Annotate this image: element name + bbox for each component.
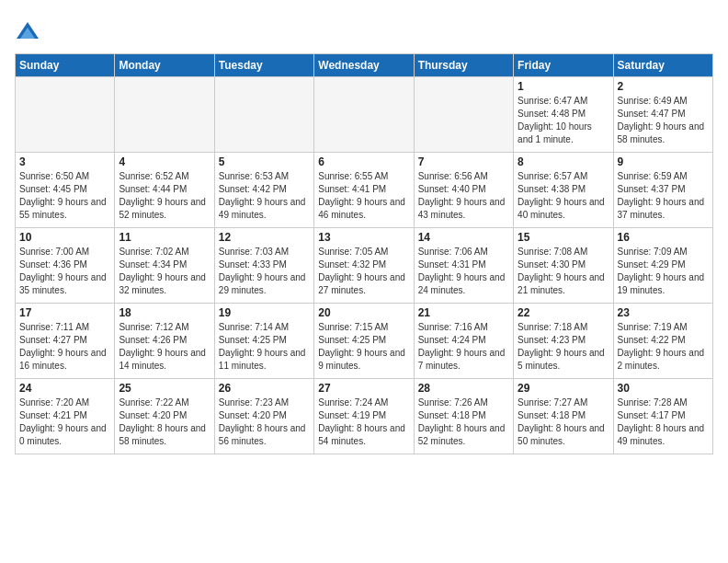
calendar-body: 1Sunrise: 6:47 AM Sunset: 4:48 PM Daylig…	[16, 77, 713, 454]
calendar-cell: 3Sunrise: 6:50 AM Sunset: 4:45 PM Daylig…	[16, 153, 115, 228]
day-number: 19	[219, 306, 310, 319]
day-number: 18	[119, 306, 210, 319]
day-info: Sunrise: 6:53 AM Sunset: 4:42 PM Dayligh…	[219, 170, 310, 222]
calendar-cell: 8Sunrise: 6:57 AM Sunset: 4:38 PM Daylig…	[514, 153, 613, 228]
day-info: Sunrise: 7:14 AM Sunset: 4:25 PM Dayligh…	[219, 321, 310, 373]
day-info: Sunrise: 7:26 AM Sunset: 4:18 PM Dayligh…	[418, 396, 509, 448]
day-info: Sunrise: 6:52 AM Sunset: 4:44 PM Dayligh…	[119, 170, 210, 222]
day-number: 25	[119, 382, 210, 395]
day-number: 5	[219, 155, 310, 168]
calendar-week-row: 24Sunrise: 7:20 AM Sunset: 4:21 PM Dayli…	[16, 379, 713, 454]
calendar-cell: 23Sunrise: 7:19 AM Sunset: 4:22 PM Dayli…	[613, 304, 712, 379]
day-info: Sunrise: 7:09 AM Sunset: 4:29 PM Dayligh…	[618, 246, 709, 297]
day-info: Sunrise: 7:16 AM Sunset: 4:24 PM Dayligh…	[418, 321, 509, 373]
day-number: 14	[418, 231, 509, 244]
calendar-cell	[16, 77, 115, 153]
day-info: Sunrise: 7:00 AM Sunset: 4:36 PM Dayligh…	[19, 246, 110, 297]
day-number: 23	[618, 306, 709, 319]
calendar-cell: 12Sunrise: 7:03 AM Sunset: 4:33 PM Dayli…	[214, 228, 313, 304]
day-info: Sunrise: 6:59 AM Sunset: 4:37 PM Dayligh…	[618, 170, 709, 222]
calendar-week-row: 1Sunrise: 6:47 AM Sunset: 4:48 PM Daylig…	[16, 77, 713, 153]
day-number: 27	[318, 382, 409, 395]
day-info: Sunrise: 6:56 AM Sunset: 4:40 PM Dayligh…	[418, 170, 509, 222]
day-number: 10	[19, 231, 110, 244]
calendar-cell: 20Sunrise: 7:15 AM Sunset: 4:25 PM Dayli…	[314, 304, 414, 379]
calendar-cell	[115, 77, 214, 153]
calendar-cell: 9Sunrise: 6:59 AM Sunset: 4:37 PM Daylig…	[613, 153, 712, 228]
logo	[15, 18, 44, 44]
calendar-cell: 10Sunrise: 7:00 AM Sunset: 4:36 PM Dayli…	[16, 228, 115, 304]
calendar-cell: 17Sunrise: 7:11 AM Sunset: 4:27 PM Dayli…	[16, 304, 115, 379]
day-number: 12	[219, 231, 310, 244]
day-info: Sunrise: 7:15 AM Sunset: 4:25 PM Dayligh…	[318, 321, 409, 373]
day-number: 28	[418, 382, 509, 395]
day-number: 3	[19, 155, 110, 168]
calendar-cell: 13Sunrise: 7:05 AM Sunset: 4:32 PM Dayli…	[314, 228, 414, 304]
calendar-cell: 7Sunrise: 6:56 AM Sunset: 4:40 PM Daylig…	[414, 153, 513, 228]
weekday-header: Monday	[115, 54, 214, 77]
calendar: SundayMondayTuesdayWednesdayThursdayFrid…	[15, 53, 713, 454]
day-number: 6	[318, 155, 409, 168]
calendar-cell	[414, 77, 513, 153]
calendar-cell: 2Sunrise: 6:49 AM Sunset: 4:47 PM Daylig…	[613, 77, 712, 153]
calendar-cell: 21Sunrise: 7:16 AM Sunset: 4:24 PM Dayli…	[414, 304, 513, 379]
calendar-cell: 4Sunrise: 6:52 AM Sunset: 4:44 PM Daylig…	[115, 153, 214, 228]
day-info: Sunrise: 7:03 AM Sunset: 4:33 PM Dayligh…	[219, 246, 310, 297]
day-number: 26	[219, 382, 310, 395]
day-info: Sunrise: 6:57 AM Sunset: 4:38 PM Dayligh…	[518, 170, 609, 222]
day-number: 2	[618, 80, 709, 93]
calendar-cell: 25Sunrise: 7:22 AM Sunset: 4:20 PM Dayli…	[115, 379, 214, 454]
weekday-header: Tuesday	[214, 54, 313, 77]
calendar-cell: 1Sunrise: 6:47 AM Sunset: 4:48 PM Daylig…	[514, 77, 613, 153]
day-info: Sunrise: 7:12 AM Sunset: 4:26 PM Dayligh…	[119, 321, 210, 373]
calendar-cell: 16Sunrise: 7:09 AM Sunset: 4:29 PM Dayli…	[613, 228, 712, 304]
calendar-cell: 19Sunrise: 7:14 AM Sunset: 4:25 PM Dayli…	[214, 304, 313, 379]
day-number: 9	[618, 155, 709, 168]
day-number: 29	[518, 382, 609, 395]
calendar-cell: 5Sunrise: 6:53 AM Sunset: 4:42 PM Daylig…	[214, 153, 313, 228]
calendar-week-row: 10Sunrise: 7:00 AM Sunset: 4:36 PM Dayli…	[16, 228, 713, 304]
day-info: Sunrise: 6:47 AM Sunset: 4:48 PM Dayligh…	[518, 95, 609, 146]
day-number: 1	[518, 80, 609, 93]
calendar-cell: 6Sunrise: 6:55 AM Sunset: 4:41 PM Daylig…	[314, 153, 414, 228]
day-info: Sunrise: 7:28 AM Sunset: 4:17 PM Dayligh…	[618, 396, 709, 448]
calendar-cell: 15Sunrise: 7:08 AM Sunset: 4:30 PM Dayli…	[514, 228, 613, 304]
page: SundayMondayTuesdayWednesdayThursdayFrid…	[0, 0, 728, 563]
day-info: Sunrise: 6:50 AM Sunset: 4:45 PM Dayligh…	[19, 170, 110, 222]
day-number: 15	[518, 231, 609, 244]
calendar-cell: 24Sunrise: 7:20 AM Sunset: 4:21 PM Dayli…	[16, 379, 115, 454]
day-number: 8	[518, 155, 609, 168]
day-number: 21	[418, 306, 509, 319]
calendar-cell: 30Sunrise: 7:28 AM Sunset: 4:17 PM Dayli…	[613, 379, 712, 454]
day-info: Sunrise: 7:18 AM Sunset: 4:23 PM Dayligh…	[518, 321, 609, 373]
day-info: Sunrise: 7:23 AM Sunset: 4:20 PM Dayligh…	[219, 396, 310, 448]
calendar-cell	[214, 77, 313, 153]
day-number: 13	[318, 231, 409, 244]
calendar-week-row: 3Sunrise: 6:50 AM Sunset: 4:45 PM Daylig…	[16, 153, 713, 228]
day-number: 22	[518, 306, 609, 319]
day-number: 16	[618, 231, 709, 244]
calendar-cell: 18Sunrise: 7:12 AM Sunset: 4:26 PM Dayli…	[115, 304, 214, 379]
weekday-header: Sunday	[16, 54, 115, 77]
calendar-header-row: SundayMondayTuesdayWednesdayThursdayFrid…	[16, 54, 713, 77]
day-info: Sunrise: 7:06 AM Sunset: 4:31 PM Dayligh…	[418, 246, 509, 297]
day-number: 7	[418, 155, 509, 168]
calendar-cell	[314, 77, 414, 153]
day-number: 4	[119, 155, 210, 168]
header	[15, 15, 713, 44]
calendar-cell: 11Sunrise: 7:02 AM Sunset: 4:34 PM Dayli…	[115, 228, 214, 304]
calendar-week-row: 17Sunrise: 7:11 AM Sunset: 4:27 PM Dayli…	[16, 304, 713, 379]
day-number: 24	[19, 382, 110, 395]
logo-icon	[15, 18, 40, 44]
calendar-cell: 28Sunrise: 7:26 AM Sunset: 4:18 PM Dayli…	[414, 379, 513, 454]
day-number: 11	[119, 231, 210, 244]
day-number: 30	[618, 382, 709, 395]
day-info: Sunrise: 7:19 AM Sunset: 4:22 PM Dayligh…	[618, 321, 709, 373]
day-info: Sunrise: 7:27 AM Sunset: 4:18 PM Dayligh…	[518, 396, 609, 448]
day-info: Sunrise: 7:24 AM Sunset: 4:19 PM Dayligh…	[318, 396, 409, 448]
day-info: Sunrise: 7:05 AM Sunset: 4:32 PM Dayligh…	[318, 246, 409, 297]
weekday-header: Friday	[514, 54, 613, 77]
calendar-cell: 27Sunrise: 7:24 AM Sunset: 4:19 PM Dayli…	[314, 379, 414, 454]
day-number: 20	[318, 306, 409, 319]
weekday-header: Wednesday	[314, 54, 414, 77]
